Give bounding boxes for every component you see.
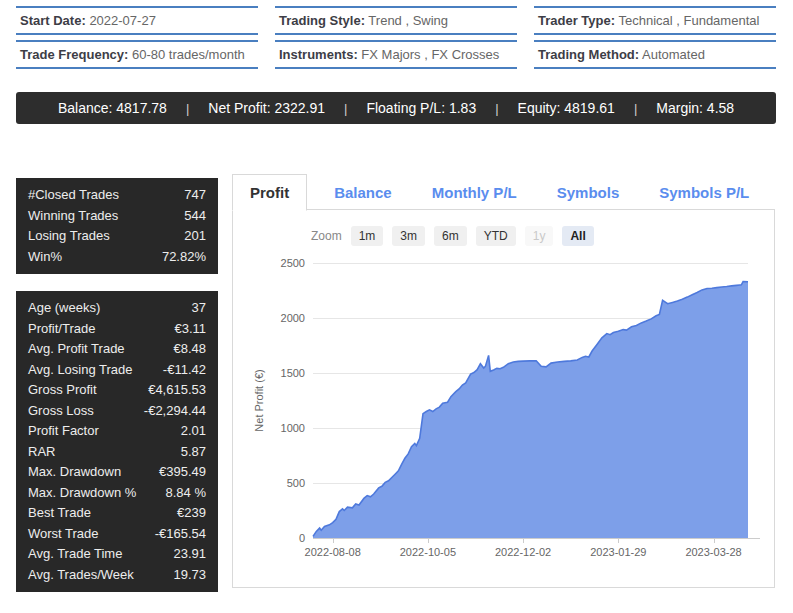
- summary-label: Floating P/L:: [366, 100, 445, 116]
- svg-text:2500: 2500: [281, 257, 305, 269]
- info-value: Trend , Swing: [368, 13, 448, 28]
- stat-label: Avg. Losing Trade: [28, 362, 133, 379]
- zoom-range-label: YTD: [484, 229, 508, 243]
- summary-item: Balance: 4817.78: [58, 100, 167, 116]
- zoom-range-label: 1m: [359, 229, 376, 243]
- stat-label: Max. Drawdown %: [28, 485, 136, 502]
- summary-value: 2322.91: [274, 100, 325, 116]
- info-label: Trading Style:: [279, 13, 365, 28]
- tab-label: Balance: [334, 184, 392, 201]
- stat-value: €3.11: [174, 321, 206, 338]
- svg-text:2023-03-28: 2023-03-28: [685, 546, 741, 558]
- stat-value: 72.82%: [162, 249, 206, 266]
- stat-label: Profit/Trade: [28, 321, 95, 338]
- stat-row: Winning Trades 544: [16, 206, 218, 227]
- info-cell: Instruments: FX Majors , FX Crosses: [275, 40, 517, 69]
- svg-text:0: 0: [299, 532, 305, 544]
- stat-value: €239: [177, 505, 206, 522]
- zoom-range-button[interactable]: All: [562, 226, 593, 246]
- summary-item: Equity: 4819.61: [476, 100, 615, 116]
- stat-row: Avg. Profit Trade €8.48: [16, 339, 218, 360]
- info-value: FX Majors , FX Crosses: [361, 47, 499, 62]
- svg-text:2000: 2000: [281, 312, 305, 324]
- zoom-label: Zoom: [311, 229, 342, 243]
- info-value: 2022-07-27: [89, 13, 156, 28]
- tab[interactable]: Symbols P/L: [642, 174, 766, 210]
- tab[interactable]: Profit: [232, 174, 307, 211]
- summary-value: 1.83: [449, 100, 476, 116]
- trade-stats-table: #Closed Trades 747 Winning Trades 544 Lo…: [16, 178, 218, 274]
- stat-value: €8.48: [173, 341, 206, 358]
- zoom-range-button[interactable]: 1y: [525, 226, 554, 246]
- tab-label: Monthly P/L: [432, 184, 517, 201]
- stat-row: RAR 5.87: [16, 442, 218, 463]
- summary-item: Net Profit: 2322.91: [167, 100, 325, 116]
- svg-text:2023-01-29: 2023-01-29: [590, 546, 646, 558]
- zoom-range-button[interactable]: 1m: [351, 226, 384, 246]
- net-profit-area-chart[interactable]: 050010001500200025002022-08-082022-10-05…: [233, 210, 774, 587]
- summary-value: 4.58: [707, 100, 734, 116]
- stat-value: 5.87: [181, 444, 206, 461]
- info-label: Instruments:: [279, 47, 358, 62]
- stat-row: Best Trade €239: [16, 503, 218, 524]
- stat-label: RAR: [28, 444, 55, 461]
- stat-label: Gross Profit: [28, 382, 97, 399]
- tab[interactable]: Balance: [317, 174, 409, 210]
- stat-row: Profit/Trade €3.11: [16, 319, 218, 340]
- info-cell: Trade Frequency: 60-80 trades/month: [16, 40, 258, 69]
- stat-label: Worst Trade: [28, 526, 99, 543]
- stat-label: Age (weeks): [28, 300, 100, 317]
- svg-text:2022-10-05: 2022-10-05: [400, 546, 456, 558]
- info-value: Automated: [642, 47, 705, 62]
- stat-label: Best Trade: [28, 505, 91, 522]
- stat-row: Gross Loss -€2,294.44: [16, 401, 218, 422]
- stat-row: Gross Profit €4,615.53: [16, 380, 218, 401]
- stat-value: 747: [184, 187, 206, 204]
- account-summary-bar: Balance: 4817.78Net Profit: 2322.91Float…: [16, 92, 776, 124]
- stat-value: 37: [192, 300, 206, 317]
- zoom-range-label: 6m: [442, 229, 459, 243]
- stat-row: Profit Factor 2.01: [16, 421, 218, 442]
- zoom-range-label: 1y: [533, 229, 546, 243]
- performance-stats-table: Age (weeks) 37 Profit/Trade €3.11 Avg. P…: [16, 291, 218, 592]
- summary-label: Net Profit:: [208, 100, 270, 116]
- zoom-range-label: 3m: [400, 229, 417, 243]
- chart-panel: Zoom 1m3m6mYTD1yAll 05001000150020002500…: [232, 209, 775, 588]
- tab[interactable]: Symbols: [540, 174, 637, 210]
- summary-label: Equity:: [518, 100, 561, 116]
- svg-text:1500: 1500: [281, 367, 305, 379]
- tab[interactable]: Monthly P/L: [415, 174, 534, 210]
- stat-value: 19.73: [173, 567, 206, 584]
- info-label: Trader Type:: [538, 13, 615, 28]
- stat-row: Max. Drawdown % 8.84 %: [16, 483, 218, 504]
- stat-row: Avg. Trade Time 23.91: [16, 544, 218, 565]
- stat-row: #Closed Trades 747: [16, 185, 218, 206]
- tab-label: Symbols P/L: [659, 184, 749, 201]
- stat-row: Max. Drawdown €395.49: [16, 462, 218, 483]
- svg-text:500: 500: [287, 477, 305, 489]
- zoom-range-button[interactable]: YTD: [476, 226, 516, 246]
- summary-value: 4819.61: [564, 100, 615, 116]
- stat-value: -€165.54: [155, 526, 206, 543]
- stat-value: 2.01: [181, 423, 206, 440]
- stat-row: Avg. Trades/Week 19.73: [16, 565, 218, 586]
- chart-tabs: Profit Balance Monthly P/L Symbols Symbo…: [232, 174, 772, 210]
- stat-value: 544: [184, 208, 206, 225]
- stat-value: -€2,294.44: [144, 403, 206, 420]
- stat-row: Win% 72.82%: [16, 247, 218, 268]
- stat-label: #Closed Trades: [28, 187, 119, 204]
- stat-label: Win%: [28, 249, 62, 266]
- stat-row: Losing Trades 201: [16, 226, 218, 247]
- svg-text:2022-12-02: 2022-12-02: [495, 546, 551, 558]
- zoom-range-label: All: [570, 229, 585, 243]
- stat-row: Worst Trade -€165.54: [16, 524, 218, 545]
- info-cell: Trading Method: Automated: [534, 40, 776, 69]
- zoom-buttons: 1m3m6mYTD1yAll: [351, 226, 594, 246]
- chart-zoom-toolbar: Zoom 1m3m6mYTD1yAll: [311, 226, 594, 246]
- account-info-grid: Start Date: 2022-07-27 Trading Style: Tr…: [16, 6, 776, 69]
- zoom-range-button[interactable]: 3m: [392, 226, 425, 246]
- summary-value: 4817.78: [116, 100, 167, 116]
- summary-item: Floating P/L: 1.83: [325, 100, 476, 116]
- stat-row: Age (weeks) 37: [16, 298, 218, 319]
- zoom-range-button[interactable]: 6m: [434, 226, 467, 246]
